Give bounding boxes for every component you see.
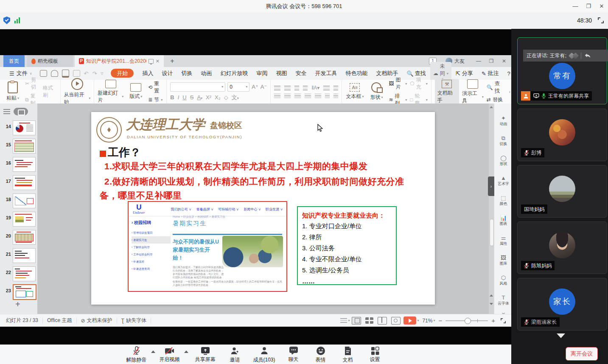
notes-button[interactable]: ▾ <box>340 318 350 323</box>
wps-close-button[interactable]: ✕ <box>498 55 510 67</box>
missing-fonts-status[interactable]: Ʈ 缺失字体 <box>121 317 146 324</box>
zoom-in-button[interactable]: + <box>491 317 495 324</box>
tab-home[interactable]: 首页 <box>3 55 25 67</box>
zoom-slider[interactable] <box>445 320 488 321</box>
docs-button[interactable]: 文档 <box>334 346 361 364</box>
menu-devtools[interactable]: 开发工具 <box>311 70 341 77</box>
text-direction-icon[interactable]: ‖A▾ <box>311 85 319 91</box>
participant-tile[interactable]: 陈旭妈妈 <box>517 221 607 274</box>
mic-options-icon[interactable] <box>151 350 155 353</box>
slide-thumb-16[interactable] <box>13 157 36 172</box>
zoom-level[interactable]: 71%▾ <box>422 318 435 324</box>
zoom-out-button[interactable]: − <box>438 317 442 324</box>
video-options-icon[interactable] <box>184 350 188 353</box>
tool-charts[interactable]: 📊图表 <box>494 215 513 226</box>
menu-security[interactable]: 安全 <box>291 70 311 77</box>
replace-button[interactable]: ⇄ 替换 <box>487 96 504 104</box>
next-slide-icon[interactable] <box>490 303 493 305</box>
previous-slide-icon[interactable] <box>490 294 493 297</box>
justify-icon[interactable] <box>305 94 311 98</box>
tool-cloud-fonts[interactable]: T云字体 <box>494 295 513 306</box>
paste-button[interactable]: 粘贴▾ <box>3 81 22 102</box>
nav-item[interactable]: 查看品牌 ∨ <box>196 207 213 212</box>
normal-view-button[interactable] <box>352 317 361 325</box>
sidebar-link[interactable]: › 管理培训生项目 <box>132 229 171 236</box>
new-tab-button[interactable]: + <box>168 57 177 65</box>
outline-view-icon[interactable] <box>3 109 10 114</box>
network-signal-icon[interactable] <box>14 17 20 23</box>
play-options-icon[interactable]: ▾ <box>417 319 419 322</box>
start-video-button[interactable]: 开启视频 <box>156 347 183 363</box>
add-slide-button[interactable]: + <box>15 300 20 309</box>
minimize-button[interactable]: — <box>569 0 582 13</box>
shapes-button[interactable]: 形状▾ <box>367 82 386 101</box>
play-from-current-button[interactable]: 从当前开始▾ <box>64 78 91 106</box>
sidebar-link-active[interactable]: › 暑期实习生 <box>132 236 171 244</box>
comment-button[interactable]: ✎批注 <box>477 70 503 77</box>
tool-wordart[interactable]: ▲艺术字 <box>494 175 513 186</box>
font-size-combo[interactable]: 0▾ <box>227 82 249 92</box>
sidebar-title[interactable]: › 校园招聘 <box>132 220 171 226</box>
presenter-view-button[interactable] <box>391 317 401 325</box>
wps-maximize-button[interactable]: ❐ <box>485 55 498 67</box>
participant-tile[interactable]: 彭博 <box>517 109 607 161</box>
preview-icon[interactable] <box>73 70 80 77</box>
scrollbar-thumb[interactable] <box>490 219 494 246</box>
slide-thumb-21[interactable] <box>13 248 36 263</box>
close-button[interactable]: ✕ <box>595 0 608 13</box>
font-family-combo[interactable]: ▾ <box>170 82 225 92</box>
slide-thumb-20[interactable] <box>13 230 36 245</box>
protection-status[interactable]: ⊘ 文档未保护 <box>81 317 112 324</box>
emoji-button[interactable]: 表情 <box>307 346 334 364</box>
menu-start[interactable]: 开始 <box>106 70 138 77</box>
clear-format-button[interactable]: ◇ <box>224 94 228 101</box>
tool-shapes[interactable]: ◯形状 <box>494 155 513 166</box>
slide-view-icon[interactable] <box>14 108 28 115</box>
slide-sorter-button[interactable] <box>365 317 373 324</box>
sidebar-link[interactable]: › 工作在联合利华 <box>132 251 171 258</box>
zoom-slider-knob[interactable] <box>465 318 471 324</box>
unmute-button[interactable]: 解除静音 <box>123 346 150 364</box>
section-button[interactable]: ≣ 节▾ <box>148 96 163 104</box>
redo-icon[interactable]: ↷ <box>92 70 97 77</box>
share-button[interactable]: ⇱分享 <box>451 70 477 77</box>
slideshow-play-button[interactable] <box>403 316 416 325</box>
strike-button[interactable]: S <box>190 94 194 101</box>
fill-button[interactable]: ⬠ 填充▾ <box>410 76 428 91</box>
superscript-button[interactable]: X² <box>206 94 211 101</box>
scroll-up-icon[interactable] <box>490 106 493 108</box>
distribute-icon[interactable] <box>315 94 321 98</box>
menu-slideshow[interactable]: 幻灯片放映 <box>216 70 252 77</box>
bold-button[interactable]: B <box>170 94 174 101</box>
slide-thumb-22[interactable] <box>13 266 36 281</box>
doc-assistant-button[interactable]: ⚒文档助手 <box>435 79 459 105</box>
reading-view-button[interactable] <box>378 317 387 325</box>
textbox-button[interactable]: A≡文本框▾ <box>345 83 364 100</box>
slide-thumb-23-selected[interactable] <box>13 284 36 300</box>
tool-transition[interactable]: ⧉切换 <box>494 135 513 146</box>
maximize-button[interactable]: ❐ <box>582 0 595 13</box>
chat-button[interactable]: 聊天 <box>280 346 307 363</box>
indent-icon[interactable] <box>303 86 308 90</box>
slide-thumb-19[interactable] <box>13 212 36 227</box>
fullscreen-icon[interactable] <box>598 17 604 23</box>
panel-collapse-tab[interactable]: › <box>488 176 494 196</box>
undo-icon[interactable]: ↶ <box>84 70 89 77</box>
slide-thumb-14[interactable] <box>13 120 36 135</box>
slide-thumb-15[interactable] <box>13 139 36 154</box>
tool-properties[interactable]: ⚌属性 <box>494 235 513 246</box>
members-button[interactable]: 成员(103) <box>249 346 280 364</box>
decrease-font-icon[interactable]: A⁻ <box>261 84 267 90</box>
wps-minimize-button[interactable]: — <box>472 55 485 67</box>
align-center-icon[interactable] <box>284 94 291 98</box>
tool-colors[interactable]: ⬚颜色 <box>494 195 513 206</box>
nav-item[interactable]: 可持续行动 ∨ <box>218 207 239 212</box>
tab-document[interactable]: P 知识产权学院201...会20200508 ✕ <box>75 55 164 67</box>
sidebar-link[interactable]: › 了解联合利华 <box>132 244 171 251</box>
menu-features[interactable]: 特色功能 <box>341 70 372 77</box>
tool-animation[interactable]: ✦动画 <box>494 115 513 126</box>
picture-button[interactable]: 🖼 图片▾ <box>389 76 407 91</box>
slide-thumb-18[interactable] <box>13 193 36 208</box>
tab-close-icon[interactable]: ✕ <box>156 59 160 64</box>
outdent-icon[interactable] <box>294 86 299 90</box>
